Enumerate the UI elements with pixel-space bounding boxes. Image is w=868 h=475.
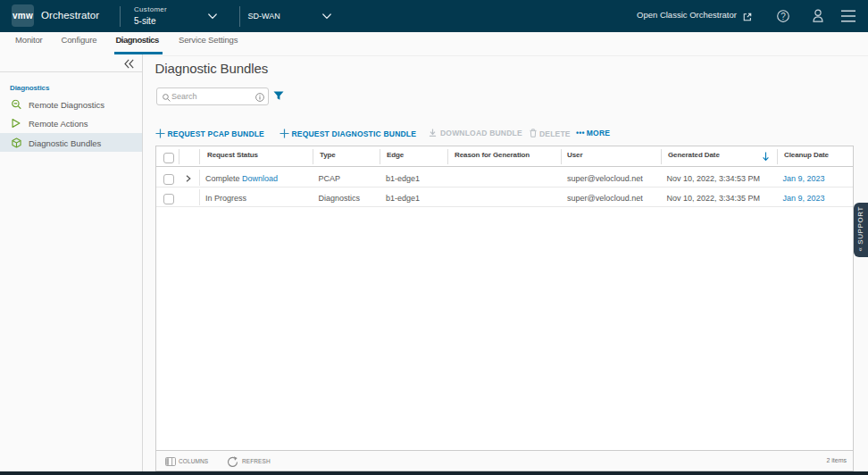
svg-text:?: ? [780, 12, 786, 21]
